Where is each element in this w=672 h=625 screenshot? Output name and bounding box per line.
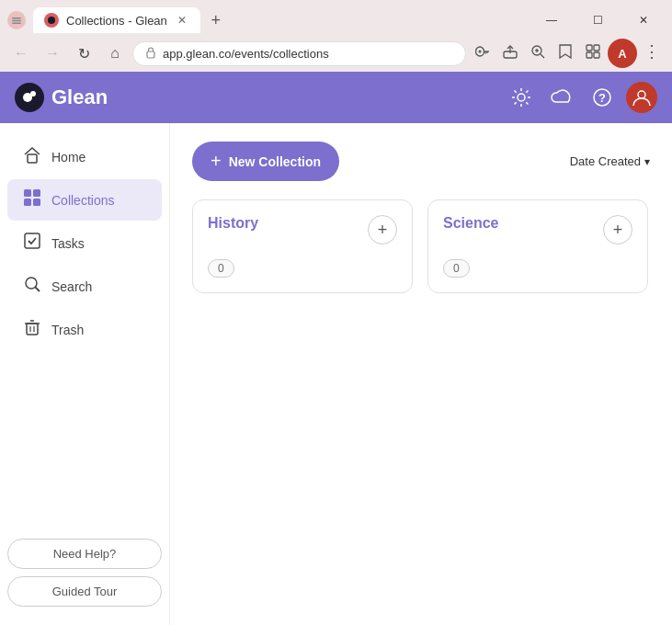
svg-text:?: ? [598,91,606,105]
header-profile-avatar[interactable] [626,82,657,113]
app-logo: Glean [15,83,108,112]
sidebar-nav: Home Collections Tasks [0,134,169,528]
forward-button[interactable]: → [39,40,66,67]
tab-list-icon[interactable] [7,11,26,29]
svg-rect-42 [27,324,38,335]
new-collection-button[interactable]: + New Collection [192,142,339,181]
svg-rect-15 [587,45,592,51]
collection-card-header: Science + [443,215,632,244]
collection-add-button[interactable]: + [368,215,397,244]
sidebar-item-collections[interactable]: Collections [7,179,162,221]
svg-rect-38 [33,199,40,206]
sidebar-footer: Need Help? Guided Tour [0,528,169,618]
svg-rect-3 [147,51,154,58]
sidebar-item-home[interactable]: Home [7,136,162,177]
back-button[interactable]: ← [7,40,35,67]
address-bar[interactable]: app.glean.co/events/collections [132,41,466,66]
svg-point-5 [479,51,482,53]
tasks-icon [22,232,42,255]
sidebar: Home Collections Tasks [0,123,170,625]
search-icon [22,275,42,298]
help-icon-button[interactable]: ? [586,81,619,114]
sun-icon-button[interactable] [505,81,538,114]
logo-icon [15,83,44,112]
svg-rect-17 [587,52,592,58]
chevron-down-icon: ▾ [644,155,650,168]
tab-favicon [44,13,59,28]
main-content: + New Collection Date Created ▾ History … [170,123,672,625]
collection-card-header: History + [208,215,397,244]
svg-rect-2 [12,22,21,24]
collection-add-button[interactable]: + [603,215,632,244]
svg-rect-39 [25,233,40,248]
header-actions: ? [505,81,657,114]
tab-title: Collections - Glean [66,14,167,28]
reload-button[interactable]: ↻ [70,40,97,67]
sidebar-item-trash-label: Trash [51,323,84,337]
svg-line-12 [541,54,544,58]
collection-count: 0 [208,259,397,278]
extensions-icon-button[interactable] [580,39,606,64]
svg-rect-0 [12,17,21,19]
need-help-button[interactable]: Need Help? [7,539,162,569]
svg-rect-35 [24,189,31,197]
svg-rect-34 [28,154,37,163]
svg-line-28 [526,102,528,104]
share-icon-button[interactable] [497,39,523,64]
svg-rect-1 [12,19,21,21]
profile-avatar[interactable]: A [608,39,637,68]
sidebar-item-search-label: Search [51,279,92,294]
maximize-button[interactable]: ☐ [576,6,619,35]
collection-card-science[interactable]: Science + 0 [427,199,648,293]
address-text: app.glean.co/events/collections [163,47,454,61]
svg-line-30 [515,102,517,104]
sidebar-item-search[interactable]: Search [7,266,162,307]
svg-point-22 [518,94,525,101]
sidebar-item-trash[interactable]: Trash [7,309,162,350]
count-badge: 0 [443,259,470,278]
app-header: Glean ? [0,72,672,123]
bookmark-icon-button[interactable] [552,39,578,64]
sidebar-item-tasks-label: Tasks [51,236,85,251]
content-header: + New Collection Date Created ▾ [192,142,650,181]
collection-name: History [208,215,258,232]
plus-icon: + [211,151,222,172]
profile-initial: A [618,47,626,61]
logo-text: Glean [51,85,108,109]
tab-close-icon[interactable]: ✕ [175,13,189,28]
svg-rect-18 [594,52,599,58]
minimize-button[interactable]: — [530,6,573,35]
count-badge: 0 [208,259,234,278]
trash-icon [22,318,42,341]
home-icon [22,145,42,168]
zoom-icon-button[interactable] [525,39,551,64]
app-body: Home Collections Tasks [0,123,672,625]
menu-icon-button[interactable]: ⋮ [639,39,665,64]
svg-point-40 [26,278,37,289]
svg-line-41 [36,288,40,292]
sidebar-item-home-label: Home [51,150,85,165]
svg-line-27 [515,91,517,93]
new-tab-button[interactable]: + [204,8,228,32]
collection-count: 0 [443,259,632,278]
collection-card-history[interactable]: History + 0 [192,199,413,293]
close-button[interactable]: ✕ [622,6,665,35]
svg-point-33 [638,91,645,98]
sidebar-item-collections-label: Collections [51,193,114,208]
cloud-icon-button[interactable] [545,81,578,114]
svg-rect-37 [24,199,31,206]
browser-tab[interactable]: Collections - Glean ✕ [33,7,200,33]
guided-tour-button[interactable]: Guided Tour [7,576,162,607]
password-icon-button[interactable] [470,39,495,64]
collections-grid: History + 0 Science + 0 [192,199,650,293]
svg-point-21 [30,91,36,97]
collection-name: Science [443,215,498,232]
security-icon [144,46,157,62]
home-browser-button[interactable]: ⌂ [101,40,129,67]
sidebar-item-tasks[interactable]: Tasks [7,222,162,264]
collections-icon [22,188,42,211]
sort-dropdown[interactable]: Date Created ▾ [570,154,650,168]
svg-rect-36 [33,189,40,197]
sort-label: Date Created [570,154,641,168]
svg-line-29 [526,91,528,93]
